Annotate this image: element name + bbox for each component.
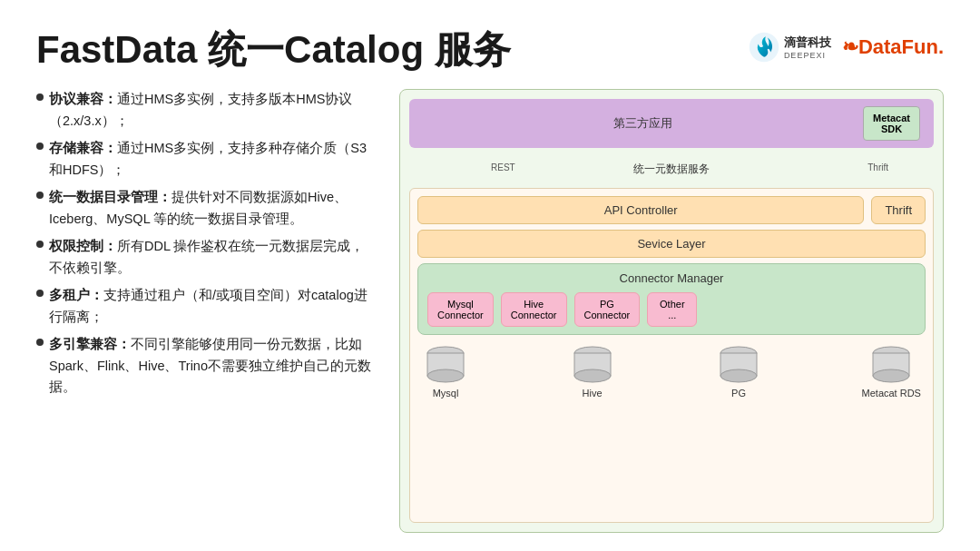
- bullet-list: 协议兼容：通过HMS多实例，支持多版本HMS协议（2.x/3.x）； 存储兼容：…: [36, 89, 372, 398]
- logos-area: 滴普科技 DEEPEXI ❧DataFun.: [748, 31, 944, 64]
- connector-manager-section: Connector Manager MysqlConnector HiveCon…: [417, 263, 926, 335]
- slide-title: FastData 统一Catalog 服务: [36, 27, 511, 73]
- metacat-rds-item: Metacat RDS: [862, 346, 921, 398]
- database-section: Mysql Hive: [417, 346, 926, 398]
- bullet-dot: [36, 143, 44, 150]
- main-content: 协议兼容：通过HMS多实例，支持多版本HMS协议（2.x/3.x）； 存储兼容：…: [36, 89, 944, 533]
- deepexi-text: 滴普科技 DEEPEXI: [784, 34, 831, 60]
- metacat-rds-cylinder-icon: [867, 346, 915, 384]
- list-item: 存储兼容：通过HMS多实例，支持多种存储介质（S3和HDFS）；: [36, 138, 372, 182]
- svg-point-9: [720, 369, 757, 382]
- svg-point-6: [574, 369, 611, 382]
- pg-db-item: PG: [715, 346, 762, 398]
- left-panel: 协议兼容：通过HMS多实例，支持多版本HMS协议（2.x/3.x）； 存储兼容：…: [36, 89, 372, 533]
- hive-connector-box: HiveConnector: [501, 292, 567, 327]
- datafun-logo: ❧DataFun.: [842, 35, 944, 59]
- rest-label: REST: [491, 162, 515, 172]
- list-item: 权限控制：所有DDL 操作鉴权在统一元数据层完成，不依赖引擎。: [36, 236, 372, 280]
- metacat-rds-label: Metacat RDS: [862, 388, 921, 398]
- bullet-dot: [36, 93, 44, 101]
- pg-db-label: PG: [731, 388, 746, 398]
- metacat-sdk-box: Metacat SDK: [863, 106, 920, 141]
- bullet-dot: [36, 290, 44, 297]
- slide: FastData 统一Catalog 服务 滴普科技 DEEPEXI: [0, 0, 980, 551]
- mysql-cylinder-icon: [422, 346, 469, 384]
- header: FastData 统一Catalog 服务 滴普科技 DEEPEXI: [36, 27, 944, 73]
- deepexi-logo: 滴普科技 DEEPEXI: [748, 31, 831, 64]
- hive-db-label: Hive: [583, 388, 603, 398]
- hive-db-item: Hive: [569, 346, 616, 398]
- bullet-dot: [36, 192, 44, 199]
- third-party-layer: 第三方应用 Metacat SDK: [409, 99, 934, 148]
- api-controller-box: API Controller: [417, 196, 864, 224]
- list-item: 多租户：支持通过租户（和/或项目空间）对catalog进行隔离；: [36, 285, 372, 329]
- service-center-label: 统一元数据服务: [630, 162, 713, 177]
- svg-point-3: [427, 369, 464, 382]
- connector-boxes: MysqlConnector HiveConnector PGConnector…: [427, 292, 916, 327]
- api-thrift-row: API Controller Thrift: [417, 196, 926, 224]
- bullet-dot: [36, 241, 44, 248]
- right-panel: 第三方应用 Metacat SDK REST 统一元数据服务 Thrift: [399, 89, 944, 533]
- hive-cylinder-icon: [569, 346, 616, 384]
- list-item: 协议兼容：通过HMS多实例，支持多版本HMS协议（2.x/3.x）；: [36, 89, 372, 133]
- thrift-side-box: Thrift: [871, 196, 926, 224]
- thrift-top-label: Thrift: [867, 162, 888, 172]
- mysql-connector-box: MysqlConnector: [427, 292, 494, 327]
- flame-icon: [748, 31, 780, 64]
- inner-orange-area: API Controller Thrift Sevice Layer Conne…: [409, 188, 934, 523]
- bullet-dot: [36, 339, 44, 346]
- connector-manager-label: Connector Manager: [427, 271, 916, 285]
- other-connector-box: Other...: [647, 292, 697, 327]
- mysql-db-item: Mysql: [422, 346, 469, 398]
- list-item: 统一数据目录管理：提供针对不同数据源如Hive、Iceberg、MySQL 等的…: [36, 187, 372, 231]
- list-item: 多引擎兼容：不同引擎能够使用同一份元数据，比如Spark、Flink、Hive、…: [36, 334, 372, 399]
- pg-cylinder-icon: [715, 346, 762, 384]
- service-label-row: REST 统一元数据服务 Thrift: [409, 159, 934, 179]
- service-layer-box: Sevice Layer: [417, 230, 926, 258]
- pg-connector-box: PGConnector: [574, 292, 641, 327]
- third-party-label: 第三方应用: [423, 115, 863, 132]
- diagram-inner: 第三方应用 Metacat SDK REST 统一元数据服务 Thrift: [409, 99, 934, 523]
- svg-point-12: [873, 369, 909, 382]
- architecture-diagram: 第三方应用 Metacat SDK REST 统一元数据服务 Thrift: [399, 89, 944, 533]
- mysql-db-label: Mysql: [433, 388, 459, 398]
